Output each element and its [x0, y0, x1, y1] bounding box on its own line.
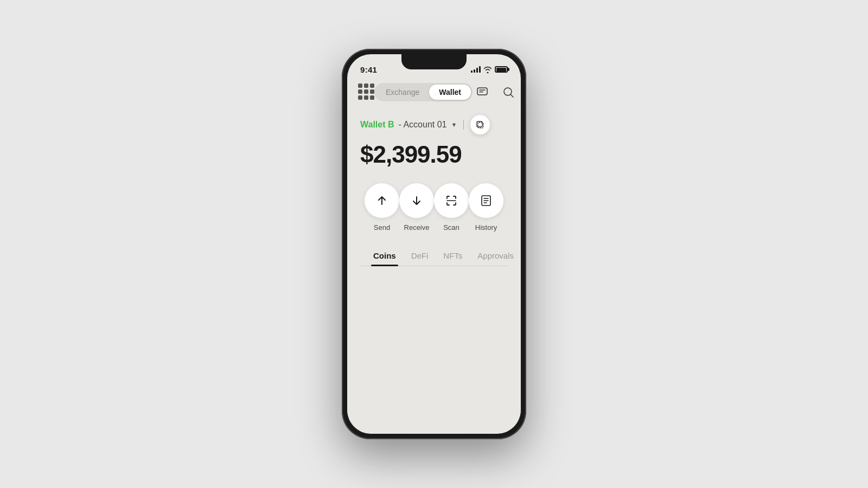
wallet-name: Wallet B [360, 120, 394, 130]
tab-nfts[interactable]: NFTs [441, 247, 464, 266]
scan-button[interactable] [434, 183, 469, 218]
scan-action[interactable]: Scan [434, 183, 469, 232]
send-action[interactable]: Send [365, 183, 399, 232]
wallet-section: Wallet B - Account 01 ▼ $2,399.59 [347, 106, 521, 266]
message-icon[interactable] [473, 82, 492, 102]
status-icons [471, 66, 508, 73]
receive-button[interactable] [399, 183, 434, 218]
wifi-icon [483, 66, 492, 73]
divider [463, 120, 464, 130]
nav-icons [473, 82, 518, 102]
copy-address-button[interactable] [470, 115, 490, 134]
tab-switcher: Exchange Wallet [374, 83, 473, 101]
notch [401, 54, 467, 69]
phone-wrapper: 9:41 [342, 49, 526, 439]
signal-icon [471, 66, 481, 73]
history-action[interactable]: History [469, 183, 503, 232]
content-tabs: Coins DeFi NFTs Approvals [360, 247, 508, 266]
battery-icon [495, 66, 508, 73]
send-label: Send [374, 223, 390, 232]
bottom-fade [347, 390, 521, 434]
search-icon[interactable] [499, 82, 518, 102]
tab-approvals[interactable]: Approvals [475, 247, 516, 266]
send-button[interactable] [365, 183, 399, 218]
phone-screen: 9:41 [347, 54, 521, 434]
svg-rect-0 [477, 88, 487, 95]
exchange-tab[interactable]: Exchange [376, 85, 429, 100]
top-nav: Exchange Wallet [347, 78, 521, 106]
action-buttons: Send Receive [360, 183, 508, 232]
account-label: - Account 01 [399, 120, 447, 130]
scan-label: Scan [443, 223, 459, 232]
grid-menu-icon[interactable] [358, 84, 374, 101]
history-label: History [475, 223, 497, 232]
balance-display: $2,399.59 [360, 141, 508, 168]
tab-defi[interactable]: DeFi [409, 247, 431, 266]
history-button[interactable] [469, 183, 503, 218]
wallet-tab[interactable]: Wallet [429, 85, 471, 100]
account-row: Wallet B - Account 01 ▼ [360, 115, 508, 134]
tab-coins[interactable]: Coins [371, 247, 398, 266]
dropdown-arrow-icon[interactable]: ▼ [451, 121, 457, 128]
status-time: 9:41 [360, 65, 377, 74]
receive-action[interactable]: Receive [399, 183, 434, 232]
receive-label: Receive [404, 223, 430, 232]
svg-point-1 [504, 88, 512, 95]
